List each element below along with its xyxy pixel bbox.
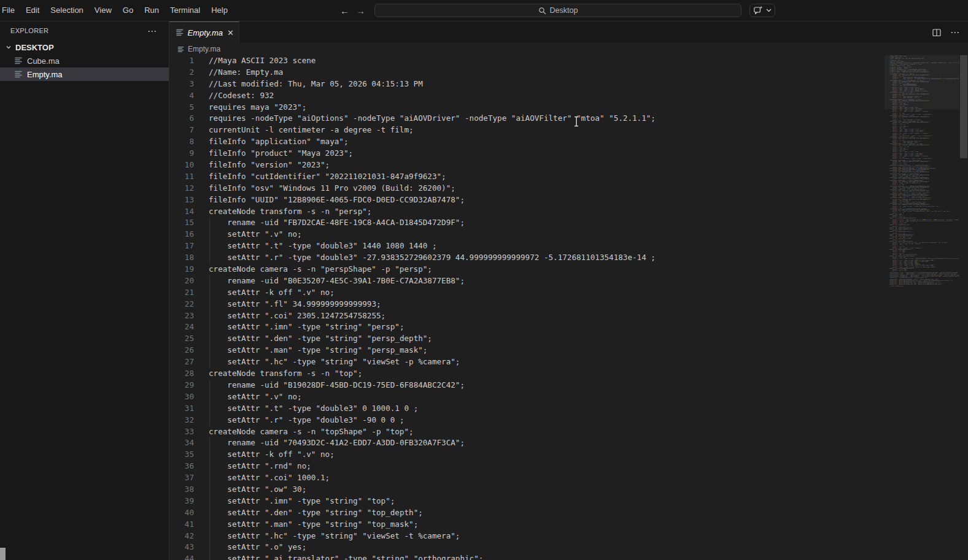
folder-name: DESKTOP xyxy=(15,43,54,52)
tab-empty-ma[interactable]: Empty.ma ✕ xyxy=(169,21,239,43)
code-line[interactable]: 35 setAttr -k off ".v" no; xyxy=(169,449,968,461)
code-text: //Codeset: 932 xyxy=(209,90,274,102)
code-line[interactable]: 6requires -nodeType "aiOptions" -nodeTyp… xyxy=(169,113,968,125)
file-item-cube-ma[interactable]: Cube.ma xyxy=(0,54,169,67)
explorer-more-actions-button[interactable]: ⋯ xyxy=(147,26,157,36)
code-area[interactable]: 1//Maya ASCII 2023 scene2//Name: Empty.m… xyxy=(169,55,968,560)
code-line[interactable]: 28createNode transform -s -n "top"; xyxy=(169,368,968,380)
code-line[interactable]: 10fileInfo "version" "2023"; xyxy=(169,159,968,171)
copilot-button[interactable] xyxy=(749,4,775,17)
code-line[interactable]: 34 rename -uid "70493D2C-41A2-EDD7-A3DD-… xyxy=(169,437,968,449)
code-text: setAttr ".den" -type "string" "persp_dep… xyxy=(209,333,432,345)
code-line[interactable]: 2//Name: Empty.ma xyxy=(169,67,968,79)
code-line[interactable]: 25 setAttr ".den" -type "string" "persp_… xyxy=(169,333,968,345)
line-number: 40 xyxy=(169,507,194,519)
file-lines-icon xyxy=(175,28,185,37)
code-line[interactable]: 38 setAttr ".ow" 30; xyxy=(169,484,968,496)
code-line[interactable]: 11fileInfo "cutIdentifier" "202211021031… xyxy=(169,171,968,183)
code-line[interactable]: 36 setAttr ".rnd" no; xyxy=(169,461,968,472)
code-line[interactable]: 27 setAttr ".hc" -type "string" "viewSet… xyxy=(169,356,968,368)
line-number: 11 xyxy=(169,171,194,183)
code-text: setAttr ".ai_translator" -type "string" … xyxy=(209,553,483,560)
code-text: createNode camera -s -n "topShape" -p "t… xyxy=(209,426,414,438)
code-line[interactable]: 8fileInfo "application" "maya"; xyxy=(169,136,968,148)
menu-item-go[interactable]: Go xyxy=(117,0,139,21)
code-line[interactable]: 31 setAttr ".t" -type "double3" 0 1000.1… xyxy=(169,403,968,415)
code-line[interactable]: 32 setAttr ".r" -type "double3" -90 0 0 … xyxy=(169,415,968,426)
nav-forward-icon[interactable]: → xyxy=(356,6,365,15)
code-line[interactable]: 43 setAttr ".o" yes; xyxy=(169,542,968,553)
minimap-slider[interactable] xyxy=(885,55,959,109)
code-line[interactable]: 4//Codeset: 932 xyxy=(169,90,968,102)
line-number: 2 xyxy=(169,67,194,79)
code-line[interactable]: 18 setAttr ".r" -type "double3" -27.9383… xyxy=(169,252,968,264)
code-line[interactable]: 9fileInfo "product" "Maya 2023"; xyxy=(169,148,968,159)
code-text: createNode transform -s -n "top"; xyxy=(209,368,362,380)
code-line[interactable]: 44 setAttr ".ai_translator" -type "strin… xyxy=(169,553,968,560)
code-line[interactable]: 7currentUnit -l centimeter -a degree -t … xyxy=(169,125,968,136)
code-line[interactable]: 33createNode camera -s -n "topShape" -p … xyxy=(169,426,968,438)
more-actions-icon[interactable]: ⋯ xyxy=(950,28,959,37)
code-line[interactable]: 39 setAttr ".imn" -type "string" "top"; xyxy=(169,496,968,507)
bottom-left-grip[interactable] xyxy=(0,548,6,560)
code-line[interactable]: 26 setAttr ".man" -type "string" "persp_… xyxy=(169,345,968,356)
line-number: 25 xyxy=(169,333,194,345)
code-line[interactable]: 13fileInfo "UUID" "12B8906E-4065-FDC0-D0… xyxy=(169,194,968,206)
code-line[interactable]: 1//Maya ASCII 2023 scene xyxy=(169,55,968,67)
code-text: setAttr ".den" -type "string" "top_depth… xyxy=(209,507,423,519)
search-icon xyxy=(538,7,546,15)
line-number: 26 xyxy=(169,345,194,356)
code-text: rename -uid "FB7D2CAE-48FE-19C8-A4CA-D18… xyxy=(209,217,465,229)
code-line[interactable]: 17 setAttr ".t" -type "double3" 1440 108… xyxy=(169,240,968,252)
menu-item-terminal[interactable]: Terminal xyxy=(165,0,206,21)
menu-item-edit[interactable]: Edit xyxy=(20,0,45,21)
editor-pane[interactable]: 1//Maya ASCII 2023 scene2//Name: Empty.m… xyxy=(169,55,968,560)
scrollbar-thumb[interactable] xyxy=(960,55,967,158)
search-box[interactable]: Desktop xyxy=(374,4,741,17)
folder-row-desktop[interactable]: DESKTOP xyxy=(0,40,169,54)
line-number: 10 xyxy=(169,159,194,171)
minimap[interactable]: //Maya ASCII 2023 scene //Name: Empty.ma… xyxy=(885,55,959,560)
line-number: 32 xyxy=(169,415,194,426)
code-line[interactable]: 37 setAttr ".coi" 1000.1; xyxy=(169,472,968,484)
file-item-empty-ma[interactable]: Empty.ma xyxy=(0,67,169,81)
code-text: setAttr -k off ".v" no; xyxy=(209,287,335,299)
code-text: setAttr ".coi" 2305.1247254758255; xyxy=(209,310,385,322)
code-line[interactable]: 20 rename -uid "B0E35207-4E5C-39A1-7B0E-… xyxy=(169,275,968,287)
code-line[interactable]: 5requires maya "2023"; xyxy=(169,102,968,113)
code-line[interactable]: 24 setAttr ".imn" -type "string" "persp"… xyxy=(169,321,968,333)
menu-item-run[interactable]: Run xyxy=(139,0,165,21)
code-line[interactable]: 3//Last modified: Thu, Mar 05, 2026 04:1… xyxy=(169,79,968,90)
code-line[interactable]: 16 setAttr ".v" no; xyxy=(169,229,968,240)
line-number: 42 xyxy=(169,531,194,542)
close-icon[interactable]: ✕ xyxy=(226,28,235,37)
code-line[interactable]: 19createNode camera -s -n "perspShape" -… xyxy=(169,264,968,275)
menu-item-view[interactable]: View xyxy=(89,0,117,21)
code-text: requires -nodeType "aiOptions" -nodeType… xyxy=(209,113,656,125)
code-text: setAttr ".r" -type "double3" -90 0 0 ; xyxy=(209,415,404,426)
line-number: 18 xyxy=(169,252,194,264)
file-lines-icon xyxy=(14,69,23,79)
code-line[interactable]: 12fileInfo "osv" "Windows 11 Pro v2009 (… xyxy=(169,183,968,194)
editor-scrollbar[interactable] xyxy=(959,55,968,560)
code-line[interactable]: 30 setAttr ".v" no; xyxy=(169,391,968,403)
code-line[interactable]: 21 setAttr -k off ".v" no; xyxy=(169,287,968,299)
menu-item-selection[interactable]: Selection xyxy=(45,0,88,21)
code-text: setAttr ".o" yes; xyxy=(209,542,306,553)
menu-item-help[interactable]: Help xyxy=(206,0,233,21)
breadcrumb-item[interactable]: Empty.ma xyxy=(188,45,220,53)
breadcrumb[interactable]: Empty.ma xyxy=(169,43,968,55)
code-line[interactable]: 41 setAttr ".man" -type "string" "top_ma… xyxy=(169,519,968,531)
code-line[interactable]: 15 rename -uid "FB7D2CAE-48FE-19C8-A4CA-… xyxy=(169,217,968,229)
code-text: setAttr ".t" -type "double3" 0 1000.1 0 … xyxy=(209,403,418,415)
code-line[interactable]: 42 setAttr ".hc" -type "string" "viewSet… xyxy=(169,531,968,542)
code-line[interactable]: 23 setAttr ".coi" 2305.1247254758255; xyxy=(169,310,968,322)
menu-item-file[interactable]: File xyxy=(0,0,20,21)
code-line[interactable]: 29 rename -uid "B19028DF-45BD-DC19-75ED-… xyxy=(169,380,968,391)
code-line[interactable]: 22 setAttr ".fl" 34.999999999999993; xyxy=(169,299,968,310)
split-editor-icon[interactable] xyxy=(932,28,942,37)
line-number: 38 xyxy=(169,484,194,496)
code-line[interactable]: 14createNode transform -s -n "persp"; xyxy=(169,206,968,218)
nav-back-icon[interactable]: ← xyxy=(340,6,349,15)
code-line[interactable]: 40 setAttr ".den" -type "string" "top_de… xyxy=(169,507,968,519)
